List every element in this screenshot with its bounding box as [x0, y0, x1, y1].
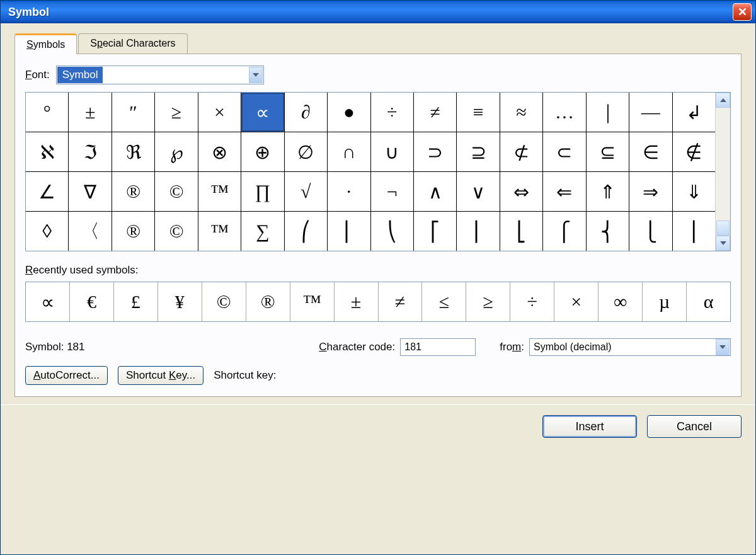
recent-symbol-cell[interactable]: ≠ — [379, 282, 423, 321]
symbol-cell[interactable]: ® — [112, 172, 155, 211]
symbol-cell[interactable]: ™ — [198, 172, 241, 211]
symbol-cell[interactable]: ⎨ — [587, 212, 629, 251]
symbol-cell[interactable]: ⊇ — [457, 132, 500, 171]
symbol-cell[interactable]: ℑ — [69, 132, 112, 171]
symbol-cell[interactable]: ⇒ — [629, 172, 672, 211]
symbol-cell[interactable]: ″ — [112, 93, 155, 132]
scroll-track[interactable] — [716, 108, 730, 236]
chevron-down-icon[interactable] — [716, 339, 730, 355]
symbol-cell[interactable]: ⎢ — [457, 212, 500, 251]
chevron-down-icon[interactable] — [249, 67, 263, 83]
recent-symbol-cell[interactable]: ™ — [290, 282, 335, 321]
symbol-cell[interactable]: ⊕ — [241, 132, 284, 171]
symbol-cell[interactable]: ∝ — [241, 93, 284, 132]
symbol-cell[interactable]: ≥ — [155, 93, 198, 132]
scroll-up-button[interactable] — [716, 93, 730, 108]
cancel-button[interactable]: Cancel — [647, 415, 742, 438]
recent-symbol-cell[interactable]: € — [70, 282, 114, 321]
symbol-cell[interactable]: ⎡ — [414, 212, 457, 251]
symbol-cell[interactable]: © — [155, 172, 198, 211]
symbol-cell[interactable]: ℘ — [155, 132, 198, 171]
symbol-cell[interactable]: ⎪ — [673, 212, 715, 251]
symbol-cell[interactable]: ⎝ — [371, 212, 414, 251]
char-code-input[interactable] — [400, 338, 476, 356]
recent-symbol-cell[interactable]: ∝ — [26, 282, 70, 321]
scrollbar[interactable] — [715, 93, 730, 251]
symbol-cell[interactable]: … — [543, 93, 586, 132]
symbol-cell[interactable]: ⊆ — [587, 132, 629, 171]
symbol-cell[interactable]: ∅ — [285, 132, 328, 171]
recent-symbol-cell[interactable]: × — [554, 282, 598, 321]
symbol-cell[interactable]: 〈 — [69, 212, 112, 251]
symbol-cell[interactable]: ∂ — [285, 93, 328, 132]
symbol-cell[interactable]: ÷ — [371, 93, 414, 132]
symbol-cell[interactable]: ¬ — [371, 172, 414, 211]
symbol-cell[interactable]: ⊂ — [543, 132, 586, 171]
symbol-cell[interactable]: — — [629, 93, 672, 132]
symbol-cell[interactable]: ｜ — [587, 93, 629, 132]
insert-button[interactable]: Insert — [542, 415, 637, 438]
symbol-cell[interactable]: ⎧ — [543, 212, 586, 251]
symbol-cell[interactable]: ™ — [198, 212, 241, 251]
tab-special-characters[interactable]: Special Characters — [78, 33, 187, 54]
symbol-cell[interactable]: ∠ — [26, 172, 69, 211]
symbol-cell[interactable]: ⎜ — [328, 212, 370, 251]
symbol-cell[interactable]: ⎩ — [629, 212, 672, 251]
recent-symbol-cell[interactable]: ≤ — [422, 282, 466, 321]
recent-grid: ∝€£¥©®™±≠≤≥÷×∞µα — [25, 282, 731, 322]
symbol-cell[interactable]: ∑ — [241, 212, 284, 251]
symbol-cell[interactable]: ⇑ — [587, 172, 629, 211]
symbol-cell[interactable]: ⎣ — [500, 212, 543, 251]
symbol-cell[interactable]: ∉ — [673, 132, 715, 171]
recent-symbol-cell[interactable]: α — [687, 282, 730, 321]
recent-symbol-cell[interactable]: ≥ — [466, 282, 510, 321]
symbol-cell[interactable]: ⊃ — [414, 132, 457, 171]
symbol-cell[interactable]: ° — [26, 93, 69, 132]
recent-label: Recently used symbols: — [25, 264, 731, 277]
symbol-cell[interactable]: ≈ — [500, 93, 543, 132]
symbol-cell[interactable]: ∈ — [629, 132, 672, 171]
symbol-cell[interactable]: ⊄ — [500, 132, 543, 171]
shortcut-key-button[interactable]: Shortcut Key... — [118, 366, 203, 385]
symbol-cell[interactable]: ® — [112, 212, 155, 251]
symbol-cell[interactable]: ⇓ — [673, 172, 715, 211]
recent-symbol-cell[interactable]: ® — [246, 282, 290, 321]
symbol-cell[interactable]: × — [198, 93, 241, 132]
symbol-cell[interactable]: ∏ — [241, 172, 284, 211]
autocorrect-button[interactable]: AutoCorrect... — [25, 366, 108, 385]
symbol-cell[interactable]: ◊ — [26, 212, 69, 251]
symbol-cell[interactable]: ⎛ — [285, 212, 328, 251]
recent-symbol-cell[interactable]: ∞ — [598, 282, 643, 321]
symbol-cell[interactable]: ≡ — [457, 93, 500, 132]
recent-symbol-cell[interactable]: µ — [643, 282, 687, 321]
recent-symbol-cell[interactable]: ± — [335, 282, 379, 321]
symbol-cell[interactable]: ● — [328, 93, 370, 132]
font-select[interactable]: Symbol — [56, 66, 264, 84]
symbol-cell[interactable]: ℜ — [112, 132, 155, 171]
scroll-down-button[interactable] — [716, 236, 730, 251]
symbol-cell[interactable]: ± — [69, 93, 112, 132]
symbol-cell[interactable]: √ — [285, 172, 328, 211]
symbol-cell[interactable]: ℵ — [26, 132, 69, 171]
symbol-cell[interactable]: ⊗ — [198, 132, 241, 171]
recent-symbol-cell[interactable]: ¥ — [158, 282, 202, 321]
symbol-cell[interactable]: · — [328, 172, 370, 211]
symbol-cell[interactable]: ∇ — [69, 172, 112, 211]
symbol-cell[interactable]: © — [155, 212, 198, 251]
recent-symbol-cell[interactable]: © — [202, 282, 246, 321]
symbol-cell[interactable]: ∧ — [414, 172, 457, 211]
symbol-cell[interactable]: ∩ — [328, 132, 370, 171]
close-button[interactable]: ✕ — [733, 3, 752, 21]
recent-symbol-cell[interactable]: £ — [114, 282, 158, 321]
symbol-cell[interactable]: ∨ — [457, 172, 500, 211]
scroll-thumb[interactable] — [716, 220, 730, 236]
symbol-cell[interactable]: ⇐ — [543, 172, 586, 211]
font-label: Font: — [25, 69, 50, 81]
recent-symbol-cell[interactable]: ÷ — [510, 282, 554, 321]
tab-symbols[interactable]: Symbols — [14, 33, 77, 54]
symbol-cell[interactable]: ≠ — [414, 93, 457, 132]
symbol-cell[interactable]: ⇔ — [500, 172, 543, 211]
from-select[interactable]: Symbol (decimal) — [529, 338, 731, 356]
symbol-cell[interactable]: ↲ — [673, 93, 715, 132]
symbol-cell[interactable]: ∪ — [371, 132, 414, 171]
